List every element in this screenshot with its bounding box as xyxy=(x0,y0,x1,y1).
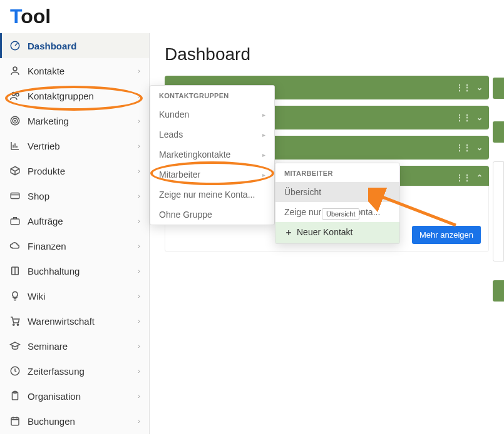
chevron-right-icon: ▸ xyxy=(262,151,265,158)
chevron-right-icon: ▸ xyxy=(262,131,265,138)
tooltip: Übersicht xyxy=(322,208,359,220)
sidebar-item-vertrieb[interactable]: Vertrieb › xyxy=(0,133,149,158)
target-icon xyxy=(9,114,21,127)
sidebar-item-organisation[interactable]: Organisation › xyxy=(0,383,149,408)
cut-panel xyxy=(493,78,504,99)
grip-icon: ⋮⋮ xyxy=(456,143,471,152)
graduation-icon xyxy=(9,340,21,352)
chevron-right-icon: ▸ xyxy=(262,171,265,178)
flyout-item-ohne-gruppe[interactable]: Ohne Gruppe xyxy=(150,205,274,225)
flyout-item-mitarbeiter[interactable]: Mitarbeiter▸ xyxy=(150,165,274,185)
svg-point-2 xyxy=(12,92,15,95)
cart-icon xyxy=(9,315,21,327)
sidebar-item-label: Buchungen xyxy=(28,416,138,427)
sidebar-item-produkte[interactable]: Produkte › xyxy=(0,158,149,183)
sidebar-item-label: Dashboard xyxy=(28,41,140,51)
chevron-right-icon: › xyxy=(138,392,140,400)
chevron-right-icon: › xyxy=(138,217,140,225)
chevron-right-icon: › xyxy=(138,167,140,175)
chevron-right-icon: › xyxy=(138,67,140,74)
sidebar-item-label: Produkte xyxy=(28,166,138,176)
gauge-icon xyxy=(9,39,21,52)
sidebar-item-label: Organisation xyxy=(28,391,138,402)
box-icon xyxy=(9,165,21,177)
page-title: Dashboard xyxy=(165,44,489,64)
flyout-item-neuer-kontakt[interactable]: ＋Neuer Kontakt xyxy=(275,222,399,243)
bulb-icon xyxy=(9,290,21,302)
flyout-item-leads[interactable]: Leads▸ xyxy=(150,124,274,144)
sidebar-item-label: Buchhaltung xyxy=(28,266,138,276)
sidebar-item-label: Zeiterfassung xyxy=(28,366,138,377)
flyout-item-meine-kontakte[interactable]: Zeige nur meine Konta... xyxy=(150,185,274,205)
sidebar-item-kontakte[interactable]: Kontakte › xyxy=(0,58,149,83)
grip-icon: ⋮⋮ xyxy=(456,113,471,122)
sidebar-item-finanzen[interactable]: Finanzen › xyxy=(0,233,149,258)
chevron-right-icon: › xyxy=(138,267,140,275)
flyout-item-kunden[interactable]: Kunden▸ xyxy=(150,104,274,124)
flyout-kontaktgruppen: KONTAKTGRUPPEN Kunden▸ Leads▸ Marketingk… xyxy=(150,85,275,225)
sidebar-item-warenwirtschaft[interactable]: Warenwirtschaft › xyxy=(0,308,149,333)
chevron-right-icon: › xyxy=(138,242,140,250)
sidebar-item-label: Finanzen xyxy=(28,241,138,251)
svg-rect-7 xyxy=(11,193,19,199)
sidebar-item-label: Kontaktgruppen xyxy=(28,91,138,101)
grip-icon: ⋮⋮ xyxy=(456,83,471,92)
sidebar-item-label: Aufträge xyxy=(28,216,138,226)
chart-icon xyxy=(9,139,21,152)
sidebar: Dashboard Kontakte › Kontaktgruppen › Ma… xyxy=(0,33,150,434)
chevron-right-icon: › xyxy=(138,142,140,150)
sidebar-item-shop[interactable]: Shop › xyxy=(0,183,149,208)
sidebar-item-marketing[interactable]: Marketing › xyxy=(0,108,149,133)
sidebar-item-wiki[interactable]: Wiki › xyxy=(0,283,149,308)
chevron-right-icon: › xyxy=(138,292,140,300)
cut-panel xyxy=(493,121,504,143)
user-icon xyxy=(9,64,21,77)
chevron-right-icon: › xyxy=(138,342,140,350)
plus-icon: ＋ xyxy=(284,227,293,237)
sidebar-item-dashboard[interactable]: Dashboard xyxy=(0,33,149,58)
sidebar-item-label: Kontakte xyxy=(28,66,138,76)
flyout-item-marketingkontakte[interactable]: Marketingkontakte▸ xyxy=(150,144,274,165)
sidebar-item-label: Warenwirtschaft xyxy=(28,316,138,327)
flyout-title: KONTAKTGRUPPEN xyxy=(150,86,274,104)
sidebar-item-seminare[interactable]: Seminare › xyxy=(0,333,149,358)
book-icon xyxy=(9,265,21,277)
svg-rect-8 xyxy=(11,219,19,225)
cut-panel xyxy=(493,280,504,302)
svg-point-10 xyxy=(13,324,14,325)
clipboard-icon xyxy=(9,390,21,402)
sidebar-item-kontaktgruppen[interactable]: Kontaktgruppen › xyxy=(0,83,149,108)
cut-panel xyxy=(493,161,504,261)
show-more-button[interactable]: Mehr anzeigen xyxy=(412,226,481,244)
sidebar-item-label: Shop xyxy=(28,191,138,201)
grip-icon: ⋮⋮ xyxy=(456,173,471,182)
flyout-mitarbeiter: MITARBEITER Übersicht Zeige nur meine Ko… xyxy=(275,163,400,244)
sidebar-item-zertifikate[interactable]: Zertifikate › xyxy=(0,433,149,434)
chevron-right-icon: › xyxy=(138,417,140,425)
chevron-up-icon: ⌃ xyxy=(476,173,483,182)
cloud-icon xyxy=(9,240,21,252)
sidebar-item-zeiterfassung[interactable]: Zeiterfassung › xyxy=(0,358,149,383)
sidebar-item-label: Seminare xyxy=(28,341,138,352)
svg-point-3 xyxy=(16,93,19,96)
chevron-right-icon: › xyxy=(138,367,140,375)
right-edge-panels xyxy=(493,78,504,302)
panel-controls[interactable]: ⋮⋮⌄ xyxy=(456,83,483,92)
users-icon xyxy=(9,89,21,102)
sidebar-item-buchhaltung[interactable]: Buchhaltung › xyxy=(0,258,149,283)
sidebar-item-auftraege[interactable]: Aufträge › xyxy=(0,208,149,233)
clock-icon xyxy=(9,365,21,377)
chevron-down-icon: ⌄ xyxy=(476,143,483,152)
sidebar-item-buchungen[interactable]: Buchungen › xyxy=(0,408,149,433)
svg-point-1 xyxy=(13,67,17,71)
svg-rect-15 xyxy=(11,418,19,425)
credit-card-icon xyxy=(9,190,21,202)
flyout-item-uebersicht[interactable]: Übersicht xyxy=(275,182,399,202)
svg-point-6 xyxy=(14,120,16,121)
chevron-down-icon: ⌄ xyxy=(476,83,483,92)
chevron-right-icon: ▸ xyxy=(262,111,265,118)
svg-point-11 xyxy=(17,324,18,325)
chevron-right-icon: › xyxy=(138,192,140,200)
chevron-down-icon: ⌄ xyxy=(476,113,483,122)
chevron-right-icon: › xyxy=(138,317,140,325)
